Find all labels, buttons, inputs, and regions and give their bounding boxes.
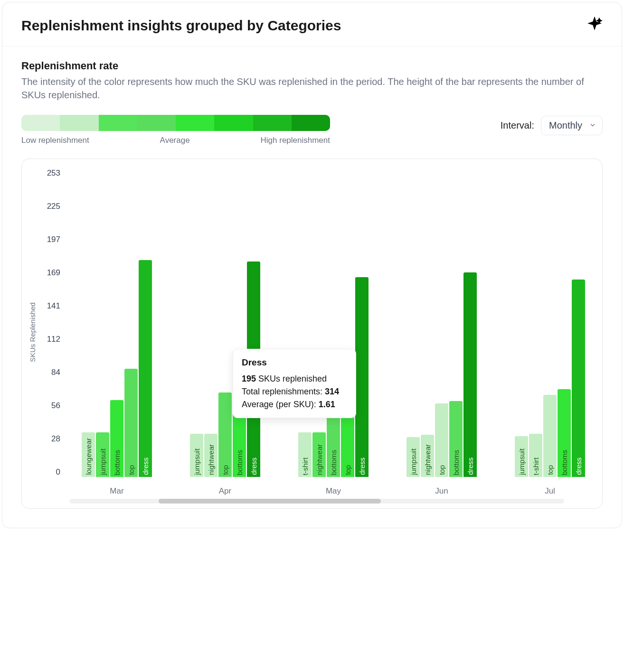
bar-label: bottoms: [236, 448, 244, 477]
bar-label: t-shirt: [301, 456, 309, 477]
bar-wrap: nightwear: [421, 172, 434, 477]
bar[interactable]: top: [543, 395, 557, 477]
bar-wrap: dress: [139, 172, 152, 477]
bar[interactable]: jumpsuit: [190, 434, 203, 477]
bar-wrap: loungewear: [82, 172, 95, 477]
card-body: Replenishment rate The intensity of the …: [2, 47, 622, 528]
tooltip-title: Dress: [242, 356, 347, 370]
tooltip-total-value: 314: [325, 387, 339, 396]
legend-swatch: [99, 115, 137, 131]
bar-label: nightwear: [207, 442, 215, 477]
bar-label: dress: [142, 456, 150, 477]
tooltip-total-label: Total replenishments:: [242, 387, 325, 396]
x-tick: Apr: [178, 486, 273, 496]
tooltip-avg-value: 1.61: [319, 400, 335, 409]
bar[interactable]: dress: [572, 280, 585, 477]
bar-cluster: loungewearjumpsuitbottomstopdress: [69, 172, 164, 477]
bar-cluster: jumpsuitnightweartopbottomsdress: [394, 172, 489, 477]
bar[interactable]: dress: [139, 260, 152, 477]
bar-label: bottoms: [452, 448, 460, 477]
legend-swatch: [176, 115, 214, 131]
bar[interactable]: top: [435, 403, 448, 477]
bar-wrap: top: [543, 172, 557, 477]
y-tick: 56: [40, 401, 60, 411]
bar-wrap: jumpsuit: [190, 172, 203, 477]
bar[interactable]: top: [124, 369, 138, 477]
section-description: The intensity of the color represents ho…: [21, 75, 603, 102]
bar-wrap: nightwear: [204, 172, 217, 477]
bar-label: top: [127, 463, 135, 477]
bar[interactable]: loungewear: [82, 432, 95, 477]
insights-card: Replenishment insights grouped by Catego…: [2, 2, 622, 528]
month-group: t-shirtnightwearbottomstopdress: [286, 172, 381, 477]
horizontal-scrollbar[interactable]: [69, 499, 564, 504]
y-tick: 0: [40, 467, 60, 477]
bar-wrap: nightwear: [312, 172, 326, 477]
scrollbar-thumb[interactable]: [159, 499, 381, 504]
bar-label: top: [344, 463, 352, 477]
section-title: Replenishment rate: [21, 60, 603, 72]
legend-swatch: [214, 115, 253, 131]
bar-label: dress: [250, 456, 258, 477]
interval-control: Interval: Monthly: [501, 115, 603, 135]
bar[interactable]: t-shirt: [529, 434, 542, 477]
legend-swatch: [253, 115, 292, 131]
bar-wrap: jumpsuit: [96, 172, 109, 477]
chart-tooltip: Dress 195 SKUs replenished Total repleni…: [233, 349, 356, 418]
bar[interactable]: top: [218, 392, 232, 477]
bar-wrap: bottoms: [327, 172, 340, 477]
month-group: loungewearjumpsuitbottomstopdress: [69, 172, 164, 477]
bar-label: dress: [358, 456, 366, 477]
interval-label: Interval:: [501, 120, 534, 131]
sparkle-icon[interactable]: [586, 17, 603, 35]
bar[interactable]: nightwear: [312, 432, 326, 477]
x-tick: Jul: [502, 486, 597, 496]
x-tick: May: [286, 486, 381, 496]
bar-label: loungewear: [85, 436, 93, 477]
bar-wrap: dress: [572, 172, 585, 477]
legend-swatch: [137, 115, 176, 131]
bar[interactable]: jumpsuit: [96, 432, 109, 477]
bar[interactable]: nightwear: [204, 434, 217, 477]
bar-label: nightwear: [424, 442, 432, 477]
plot-area[interactable]: loungewearjumpsuitbottomstopdressjumpsui…: [66, 168, 597, 496]
legend-mid-label: Average: [160, 136, 190, 145]
bar-wrap: bottoms: [110, 172, 123, 477]
month-group: jumpsuitt-shirttopbottomsdress: [502, 172, 597, 477]
controls-row: Low replenishment Average High replenish…: [21, 115, 603, 145]
legend: Low replenishment Average High replenish…: [21, 115, 330, 145]
bar-wrap: t-shirt: [298, 172, 312, 477]
x-tick: Jun: [394, 486, 489, 496]
legend-high-label: High replenishment: [261, 136, 330, 145]
y-tick: 253: [40, 168, 60, 178]
bar[interactable]: nightwear: [421, 435, 434, 477]
bar-wrap: jumpsuit: [515, 172, 528, 477]
bar[interactable]: jumpsuit: [407, 437, 420, 477]
bar[interactable]: bottoms: [558, 389, 571, 477]
bar-wrap: top: [124, 172, 138, 477]
legend-scale: [21, 115, 330, 131]
y-axis-label: SKUs Replenished: [27, 168, 38, 496]
legend-swatch: [60, 115, 98, 131]
y-axis-ticks: 2532251971691411128456280: [38, 168, 66, 496]
bar-wrap: dress: [247, 172, 260, 477]
bar-wrap: top: [435, 172, 448, 477]
bar-label: top: [221, 463, 229, 477]
bar-wrap: bottoms: [449, 172, 463, 477]
bar[interactable]: jumpsuit: [515, 436, 528, 477]
bar-label: jumpsuit: [409, 447, 417, 477]
tooltip-avg-label: Average (per SKU):: [242, 400, 319, 409]
bar-cluster: t-shirtnightwearbottomstopdress: [286, 172, 381, 477]
y-tick: 197: [40, 235, 60, 244]
interval-select[interactable]: Monthly: [541, 116, 603, 135]
bar-wrap: t-shirt: [529, 172, 542, 477]
bar-label: bottoms: [113, 448, 121, 477]
bar[interactable]: dress: [463, 272, 477, 477]
bar[interactable]: bottoms: [449, 401, 463, 477]
bar[interactable]: t-shirt: [298, 432, 312, 477]
bar-label: bottoms: [560, 448, 568, 477]
bar[interactable]: bottoms: [110, 400, 123, 477]
y-tick: 169: [40, 268, 60, 278]
legend-swatch: [292, 115, 330, 131]
bar[interactable]: dress: [355, 277, 369, 477]
